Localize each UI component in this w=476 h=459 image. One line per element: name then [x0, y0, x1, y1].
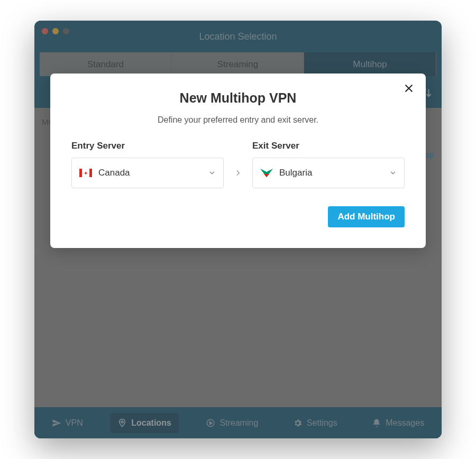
exit-server-value: Bulgaria — [279, 168, 383, 178]
modal-footer: Add Multihop — [71, 206, 405, 227]
arrow-right-icon — [230, 158, 246, 188]
exit-server-select[interactable]: Bulgaria — [252, 158, 405, 188]
exit-server-label: Exit Server — [252, 141, 405, 151]
close-icon[interactable] — [404, 83, 414, 94]
new-multihop-modal: New Multihop VPN Define your preferred e… — [50, 74, 426, 248]
bulgaria-flag-icon — [260, 169, 273, 177]
app-window: Location Selection Standard Streaming Mu… — [34, 21, 442, 438]
modal-title: New Multihop VPN — [71, 90, 405, 106]
entry-server-block: Entry Server ✦ Canada — [71, 141, 224, 188]
canada-flag-icon: ✦ — [79, 169, 92, 177]
entry-server-select[interactable]: ✦ Canada — [71, 158, 224, 188]
add-multihop-button[interactable]: Add Multihop — [328, 206, 405, 227]
entry-server-label: Entry Server — [71, 141, 224, 151]
entry-server-value: Canada — [98, 168, 202, 178]
chevron-down-icon — [208, 169, 216, 177]
exit-server-block: Exit Server Bulgaria — [252, 141, 405, 188]
server-selection-row: Entry Server ✦ Canada Exit Server Bulgar… — [71, 141, 405, 188]
chevron-down-icon — [389, 169, 397, 177]
modal-subtitle: Define your preferred entry and exit ser… — [71, 115, 405, 125]
